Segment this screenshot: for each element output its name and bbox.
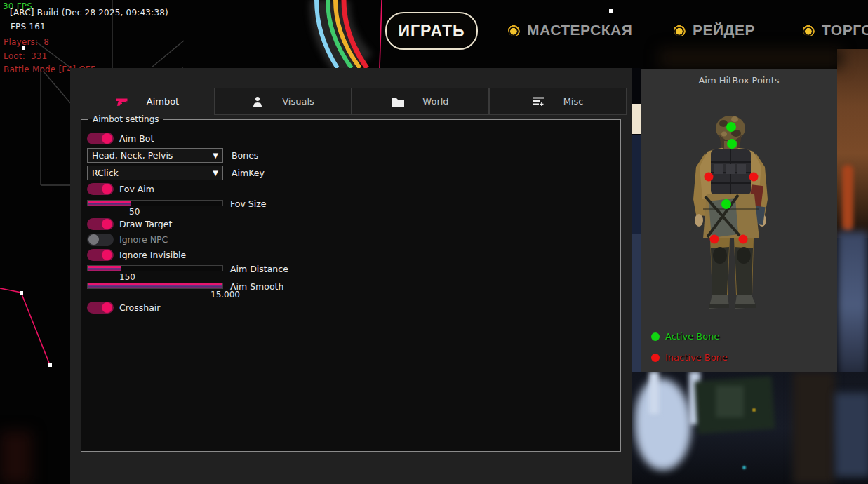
aimkey-dropdown-value: RClick (92, 168, 119, 178)
bone-points-layer (641, 69, 837, 372)
tab-world[interactable]: World (352, 88, 489, 115)
aim-smooth-value: 15.000 (211, 290, 240, 300)
coin-icon (674, 24, 686, 36)
aim-distance-slider[interactable] (87, 265, 223, 271)
ignore-npc-label: Ignore NPC (119, 234, 168, 245)
bg-strip-blue (632, 234, 641, 372)
menu-item-label: РЕЙДЕР (693, 22, 755, 39)
bone-point-neck (727, 139, 737, 149)
menu-item-label: МАСТЕРСКАЯ (527, 22, 632, 39)
tab-label: World (422, 96, 448, 107)
hud-players: Players: 8 (4, 37, 49, 47)
esp-node (20, 291, 23, 295)
aim-hitbox-panel: Aim HitBox Points (641, 69, 837, 372)
tab-label: Visuals (282, 96, 314, 107)
fov-aim-label: Fov Aim (119, 184, 154, 194)
tab-label: Misc (563, 96, 584, 107)
tab-label: Aimbot (147, 96, 179, 107)
bg-strip-cream (632, 104, 641, 134)
inactive-bone-dot (651, 354, 660, 362)
aim-smooth-slider[interactable] (87, 283, 223, 289)
legend-label: Active Bone (665, 331, 719, 342)
folder-icon (392, 95, 404, 108)
gun-icon (116, 95, 128, 108)
bone-point-pelvis (721, 199, 731, 209)
coin-icon (508, 24, 521, 36)
chevron-down-icon: ▼ (213, 152, 218, 159)
aimkey-dropdown[interactable]: RClick ▼ (87, 166, 223, 180)
active-bone-dot (651, 332, 660, 341)
settings-group-title: Aimbot settings (88, 114, 163, 124)
aim-bot-toggle[interactable] (87, 133, 114, 144)
cheat-menu-panel: Aimbot Visuals World Misc Aimbot setting… (70, 68, 632, 484)
tab-aimbot[interactable]: Aimbot (81, 88, 214, 115)
esp-node (48, 363, 52, 367)
bg-top-right-band (660, 49, 842, 67)
aimbot-settings-group: Aimbot settings Aim Bot Head, Neck, Pelv… (81, 114, 621, 452)
tab-misc[interactable]: Misc (489, 88, 627, 115)
esp-node (609, 9, 613, 13)
fov-size-slider[interactable] (87, 200, 223, 206)
play-button[interactable]: ИГРАТЬ (385, 12, 478, 50)
legend-label: Inactive Bone (665, 352, 728, 363)
fov-aim-toggle[interactable] (87, 183, 114, 195)
bones-label: Bones (232, 150, 258, 161)
bone-point-right-arm (749, 173, 759, 182)
crosshair-toggle[interactable] (87, 302, 114, 314)
chevron-down-icon: ▼ (213, 169, 218, 177)
menu-item-raider[interactable]: РЕЙДЕР (674, 22, 755, 39)
draw-target-label: Draw Target (119, 219, 172, 229)
menu-item-workshop[interactable]: МАСТЕРСКАЯ (508, 22, 632, 39)
bg-bottom-left (0, 431, 32, 484)
bones-dropdown[interactable]: Head, Neck, Pelvis ▼ (87, 148, 223, 163)
aim-bot-label: Aim Bot (119, 133, 154, 144)
legend-inactive-bone: Inactive Bone (651, 352, 728, 363)
menu-item-trader[interactable]: ТОРГО (803, 22, 868, 39)
person-icon (251, 95, 264, 108)
ignore-invisible-toggle[interactable] (87, 249, 114, 261)
menu-item-label: ТОРГО (822, 22, 868, 39)
aim-distance-value: 150 (119, 272, 135, 282)
game-screen: 30 FPS [ARC] Build (Dec 28 2025, 09:43:3… (0, 0, 868, 484)
bone-point-head (726, 122, 736, 132)
bg-bottom-scene (632, 372, 868, 484)
hud-build-info: [ARC] Build (Dec 28 2025, 09:43:38) (10, 8, 168, 18)
hud-fps: FPS 161 (11, 22, 46, 32)
playlist-add-icon (533, 95, 545, 108)
fov-size-label: Fov Size (230, 199, 266, 209)
bone-point-left-thigh (710, 235, 719, 244)
draw-target-toggle[interactable] (87, 218, 114, 230)
legend-active-bone: Active Bone (651, 331, 719, 342)
bone-point-right-thigh (739, 235, 748, 244)
aimkey-label: AimKey (232, 168, 265, 178)
coin-icon (803, 24, 815, 36)
aim-distance-label: Aim Distance (230, 264, 288, 274)
crosshair-label: Crosshair (119, 302, 160, 313)
bg-strip-navy (632, 135, 641, 234)
fov-size-value: 50 (129, 207, 140, 217)
hud-loot: Loot: 331 (4, 51, 47, 61)
ignore-invisible-label: Ignore Invisible (119, 250, 186, 260)
bones-dropdown-value: Head, Neck, Pelvis (92, 150, 173, 161)
bg-rock-streak (842, 165, 853, 231)
bone-point-left-arm (705, 173, 714, 182)
ignore-npc-toggle[interactable] (87, 234, 114, 246)
tab-visuals[interactable]: Visuals (214, 88, 352, 115)
